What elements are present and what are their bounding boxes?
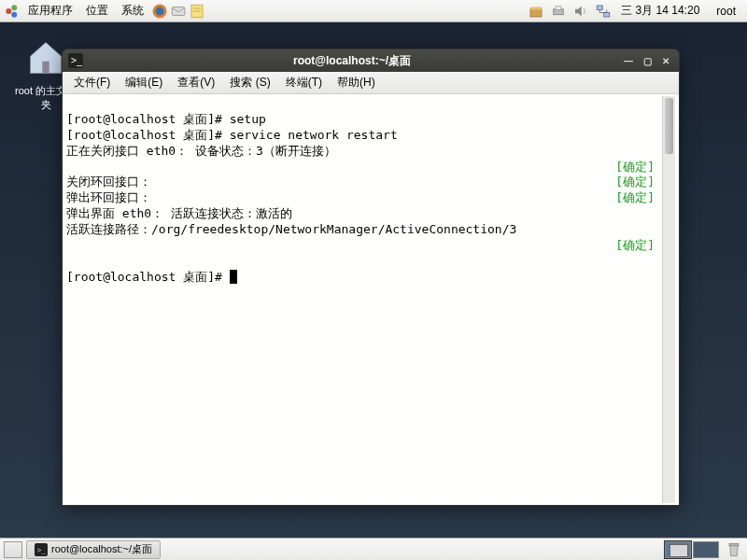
ok-status: [确定] [615,190,662,206]
svg-rect-14 [604,12,610,17]
top-panel: 应用程序 位置 系统 三 3月 14 14:20 root [0,0,747,22]
svg-rect-12 [556,6,561,9]
scrollbar-thumb[interactable] [665,98,673,154]
ok-status: [确定] [615,238,662,254]
term-line: 弹出环回接口：[确定] [66,190,662,206]
ok-status: [确定] [615,175,662,190]
cursor [230,270,237,284]
svg-rect-13 [598,6,603,10]
svg-text:>_: >_ [37,545,47,553]
notes-icon[interactable] [189,3,205,20]
terminal-scrollbar[interactable] [662,96,675,503]
close-button[interactable]: ✕ [658,53,673,68]
mail-icon[interactable] [170,3,187,20]
term-line: [确定] [66,238,662,254]
svg-point-0 [6,8,11,14]
terminal-output: [root@localhost 桌面]# setup [root@localho… [66,96,662,503]
trash-icon[interactable] [725,540,743,559]
menu-places[interactable]: 位置 [80,1,114,21]
show-desktop-button[interactable] [4,541,22,558]
package-update-icon[interactable] [528,3,544,20]
menu-system[interactable]: 系统 [116,1,149,21]
firefox-icon[interactable] [151,3,168,20]
menu-help[interactable]: 帮助(H) [330,73,383,92]
term-line: [root@localhost 桌面]# service network res… [66,128,398,142]
term-line: 弹出界面 eth0： 活跃连接状态：激活的 [66,206,292,220]
svg-point-4 [156,7,164,15]
svg-rect-10 [530,7,542,9]
term-line: 正在关闭接口 eth0： 设备状态：3（断开连接） [66,144,336,158]
window-title: root@localhost:~/桌面 [87,53,617,69]
bottom-panel: >_ root@localhost:~/桌面 [0,538,747,560]
menu-search[interactable]: 搜索 (S) [222,73,277,92]
svg-rect-20 [729,543,739,546]
terminal-app-icon: >_ [68,53,83,68]
terminal-menubar: 文件(F) 编辑(E) 查看(V) 搜索 (S) 终端(T) 帮助(H) [63,72,679,94]
svg-rect-5 [172,7,185,15]
terminal-body[interactable]: [root@localhost 桌面]# setup [root@localho… [63,94,679,505]
maximize-button[interactable]: ▢ [640,53,655,68]
menu-edit[interactable]: 编辑(E) [118,73,170,92]
term-line: 关闭环回接口：[确定] [66,175,662,190]
distro-logo-icon [4,3,21,20]
svg-text:>_: >_ [71,55,83,66]
top-panel-left: 应用程序 位置 系统 [4,1,205,21]
terminal-task-icon: >_ [35,543,48,556]
term-line: [root@localhost 桌面]# setup [66,112,266,126]
workspace-1[interactable] [665,541,691,558]
svg-point-2 [11,11,17,17]
terminal-window: >_ root@localhost:~/桌面 — ▢ ✕ 文件(F) 编辑(E)… [62,49,680,506]
workspace-2[interactable] [693,541,719,558]
volume-icon[interactable] [572,3,589,20]
menu-file[interactable]: 文件(F) [66,73,118,92]
taskbar-label: root@localhost:~/桌面 [51,542,152,556]
menu-view[interactable]: 查看(V) [170,73,222,92]
svg-rect-15 [42,62,49,74]
user-menu[interactable]: root [709,5,743,18]
workspace-switcher [665,541,719,558]
menu-terminal[interactable]: 终端(T) [278,73,330,92]
window-titlebar[interactable]: >_ root@localhost:~/桌面 — ▢ ✕ [63,49,679,72]
term-prompt: [root@localhost 桌面]# [66,270,237,284]
svg-point-1 [11,5,17,10]
network-icon[interactable] [595,3,612,20]
ok-status: [确定] [615,160,662,175]
taskbar-terminal[interactable]: >_ root@localhost:~/桌面 [26,540,161,559]
menu-applications[interactable]: 应用程序 [22,1,78,21]
printer-icon[interactable] [550,3,567,20]
top-panel-right: 三 3月 14 14:20 root [528,3,743,20]
minimize-button[interactable]: — [621,53,636,68]
term-line: [确定] [66,160,662,175]
term-line: 活跃连接路径：/org/freedesktop/NetworkManager/A… [66,222,516,236]
clock[interactable]: 三 3月 14 14:20 [617,3,703,19]
